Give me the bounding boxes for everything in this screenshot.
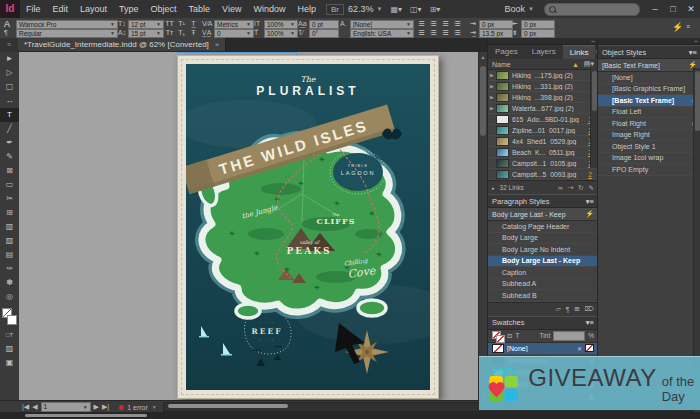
giveaway-banner[interactable]: GIVEAWAY of the Day: [479, 356, 700, 410]
menu-table[interactable]: Table: [183, 4, 217, 14]
eyedropper-tool[interactable]: ✑: [0, 262, 19, 276]
paragraph-formatting-toggle[interactable]: ¶: [4, 29, 8, 37]
line-tool[interactable]: ╱: [0, 122, 19, 136]
delete-style-icon[interactable]: ⌦: [585, 305, 594, 313]
object-style-item[interactable]: [Basic Graphics Frame]: [598, 84, 700, 96]
small-caps-button[interactable]: Tᴛ: [164, 29, 175, 36]
justify-left-button[interactable]: ☰: [416, 29, 427, 37]
filter-icon[interactable]: ▸: [492, 185, 495, 191]
kerning-field[interactable]: Metrics▼: [214, 20, 254, 29]
pen-tool[interactable]: ✒: [0, 136, 19, 150]
clear-overrides-icon[interactable]: ¶: [566, 306, 570, 313]
gradient-feather-tool[interactable]: ▨: [0, 234, 19, 248]
rectangle-frame-tool[interactable]: ⊠: [0, 164, 19, 178]
paragraph-style-item[interactable]: Subhead A: [488, 279, 598, 291]
page-number-field[interactable]: 1▼: [41, 402, 91, 412]
all-caps-button[interactable]: TT: [164, 20, 175, 27]
link-row[interactable]: Beach_K..._0511.jpg2: [488, 147, 598, 158]
panel-menu-icon[interactable]: ▾≡: [689, 48, 697, 57]
paragraph-style-item[interactable]: Catalog Page Header: [488, 221, 598, 233]
justify-button[interactable]: ☰: [452, 20, 463, 28]
menu-layout[interactable]: Layout: [74, 4, 113, 14]
direct-selection-tool[interactable]: ▷: [0, 66, 19, 80]
note-tool[interactable]: ▤: [0, 248, 19, 262]
gap-tool[interactable]: ↔: [0, 94, 19, 108]
subscript-button[interactable]: T₁: [176, 29, 187, 36]
font-family-select[interactable]: Warnock Pro▼: [16, 20, 118, 29]
tracking-field[interactable]: 0▼: [214, 29, 254, 38]
panel-menu-icon[interactable]: ≡: [686, 23, 690, 31]
arrange-documents-button[interactable]: ⊞▾: [426, 5, 445, 14]
link-row[interactable]: ▶Waterfa...677.jpg (2): [488, 103, 598, 114]
menu-type[interactable]: Type: [113, 4, 145, 14]
new-style-icon[interactable]: ⊞: [574, 305, 579, 313]
free-transform-tool[interactable]: ⊞: [0, 206, 19, 220]
close-button[interactable]: ✕: [682, 4, 700, 14]
object-styles-header[interactable]: Object Styles ▾≡: [598, 45, 700, 59]
tab-layers[interactable]: Layers: [525, 45, 563, 59]
align-left-button[interactable]: ☰: [416, 20, 427, 28]
view-options-button[interactable]: ▦▾: [386, 5, 406, 14]
object-style-item[interactable]: Float Right⊡: [598, 118, 700, 130]
font-style-select[interactable]: Regular▼: [16, 29, 118, 38]
leading-field[interactable]: 15 pt▼: [128, 29, 164, 38]
menu-file[interactable]: File: [20, 4, 47, 14]
book-menu[interactable]: Book ▼: [501, 4, 538, 14]
panel-menu-icon[interactable]: ▾≡: [586, 197, 594, 206]
preflight-status[interactable]: 1 error: [127, 404, 148, 411]
last-page-icon[interactable]: ▶|: [102, 403, 109, 411]
container-toggle-icon[interactable]: ⊡: [507, 332, 512, 340]
horizontal-scale-field[interactable]: 100%▼: [264, 29, 298, 38]
object-style-item[interactable]: Image Right: [598, 130, 700, 142]
apply-color-button[interactable]: ▨: [0, 342, 19, 356]
swatches-header[interactable]: Swatches ▾≡: [488, 316, 598, 330]
chevron-down-icon[interactable]: ▼: [152, 404, 157, 410]
object-style-item[interactable]: [None]✕: [598, 72, 700, 84]
zoom-level-combo[interactable]: 62.3% ▼: [344, 4, 386, 14]
scrollbar-thumb[interactable]: [168, 404, 288, 408]
panel-menu-icon[interactable]: ▾≡: [586, 318, 594, 327]
tab-links[interactable]: Links: [563, 45, 596, 59]
document-tab[interactable]: *TravelGuide_Intermediate.indd @ 62% [Co…: [18, 38, 226, 51]
link-row[interactable]: 615_Ado...9BD-01.jpg1: [488, 114, 598, 125]
relink-icon[interactable]: ∞: [558, 184, 563, 191]
edit-original-icon[interactable]: ✎: [589, 184, 594, 192]
justify-right-button[interactable]: ☰: [440, 29, 451, 37]
underline-button[interactable]: T̲: [188, 20, 199, 27]
link-row[interactable]: 4x4_Shed1_0529.jpg2: [488, 136, 598, 147]
link-row[interactable]: ▶Hiking_...175.jpg (2): [488, 70, 598, 81]
gradient-tool[interactable]: ▥: [0, 220, 19, 234]
object-styles-scrollbar[interactable]: [693, 68, 700, 368]
screen-mode-toggle[interactable]: ▣: [0, 356, 19, 370]
bridge-button[interactable]: Br: [326, 4, 344, 15]
menu-edit[interactable]: Edit: [47, 4, 75, 14]
tab-pages[interactable]: Pages: [488, 45, 525, 59]
swatch-row-selected[interactable]: [None] ✕: [488, 343, 598, 355]
scrollbar-thumb[interactable]: [25, 414, 147, 417]
link-row[interactable]: ▶Hiking_...398.jpg (2): [488, 92, 598, 103]
paragraph-style-item[interactable]: Body Large No Indent: [488, 244, 598, 256]
font-size-field[interactable]: 12 pt▼: [128, 20, 164, 29]
paragraph-style-item-selected[interactable]: Body Large Last - Keep: [488, 256, 598, 268]
menu-object[interactable]: Object: [145, 4, 183, 14]
previous-page-icon[interactable]: ◀: [32, 403, 37, 411]
panel-group-header[interactable]: ▪▪: [488, 38, 598, 45]
scrollbar-thumb[interactable]: [480, 66, 486, 136]
quick-apply-icon[interactable]: ⚡: [672, 23, 683, 31]
language-select[interactable]: English: USA▼: [350, 29, 414, 38]
superscript-button[interactable]: T¹: [176, 20, 187, 27]
zoom-tool[interactable]: ◎: [0, 290, 19, 304]
search-input[interactable]: [544, 3, 640, 16]
menu-window[interactable]: Window: [247, 4, 291, 14]
next-page-icon[interactable]: ▶: [94, 403, 99, 411]
character-formatting-toggle[interactable]: A: [4, 20, 10, 28]
object-style-item[interactable]: Float Left: [598, 107, 700, 119]
stroke-color-swatch[interactable]: [7, 315, 17, 325]
skew-field[interactable]: 0°: [309, 29, 339, 38]
space-after-field[interactable]: 0 px: [521, 29, 555, 38]
document-canvas[interactable]: The PLURALIST: [19, 52, 487, 400]
character-style-select[interactable]: [None]▼: [350, 20, 414, 29]
update-link-icon[interactable]: ↻: [578, 184, 583, 192]
tint-field[interactable]: [553, 331, 585, 341]
close-tab-icon[interactable]: ×: [215, 40, 220, 49]
